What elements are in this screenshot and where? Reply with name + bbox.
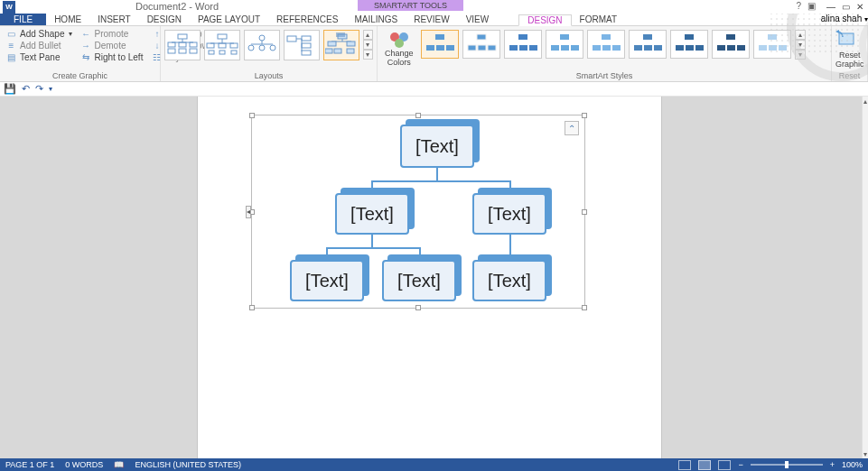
redo-button[interactable]: ↷ [35,83,43,95]
ribbon-display-options-icon[interactable]: ▣ [807,1,816,11]
styles-more-button[interactable]: ▾ [795,50,806,60]
smartart-node-grandchild-2[interactable]: [Text] [382,260,456,301]
user-name-label: alina shah [821,14,863,23]
tab-file[interactable]: FILE [0,14,46,25]
reset-graphic-button[interactable]: Reset Graphic [835,28,863,70]
document-area[interactable]: ◂ ⌃ [Text] [Text] [Text] [Text] [0,97,862,458]
style-option-9[interactable] [753,30,791,59]
right-to-left-button[interactable]: ⇆Right to Left [79,51,146,63]
layout-option-5-selected[interactable] [323,30,359,60]
scroll-down-button[interactable]: ▾ [863,449,868,458]
resize-handle[interactable] [249,305,255,310]
scroll-up-button[interactable]: ▴ [863,97,868,106]
svg-rect-61 [612,45,621,51]
style-option-7[interactable] [670,30,708,59]
tab-smartart-design[interactable]: DESIGN [518,14,571,26]
restore-button[interactable]: ▭ [839,0,852,13]
svg-rect-4 [179,42,186,47]
tab-design[interactable]: DESIGN [139,14,190,25]
resize-handle[interactable] [582,305,587,310]
svg-rect-51 [509,45,518,51]
style-option-4[interactable] [546,30,583,59]
smartart-node-grandchild-3[interactable]: [Text] [472,260,546,301]
svg-rect-77 [779,45,787,51]
layouts-down-button[interactable]: ▾ [363,40,373,50]
promote-icon: ← [81,29,91,39]
styles-down-button[interactable]: ▾ [795,40,806,50]
close-button[interactable]: ✕ [854,0,866,13]
layouts-more-button[interactable]: ▾ [363,50,373,60]
svg-rect-56 [561,45,569,51]
svg-rect-42 [435,34,444,40]
svg-rect-76 [769,45,777,51]
promote-button: ←Promote [79,28,146,40]
page-count[interactable]: PAGE 1 OF 1 [5,460,54,469]
resize-handle[interactable] [415,113,421,118]
smartart-node-root[interactable]: [Text] [400,125,474,168]
text-pane-toggle[interactable]: ◂ [246,206,251,218]
change-colors-label: Change Colors [385,50,414,68]
add-shape-button[interactable]: ▭Add Shape ▾ [4,28,75,40]
vertical-scrollbar[interactable]: ▴ ▾ [862,97,868,458]
save-button[interactable]: 💾 [4,83,16,95]
style-option-1-selected[interactable] [421,30,459,59]
layout-option-2[interactable] [204,30,240,60]
minimize-button[interactable]: — [825,0,837,13]
tab-mailings[interactable]: MAILINGS [346,14,406,25]
resize-handle[interactable] [249,113,255,118]
smartart-node-child-2[interactable]: [Text] [472,193,546,235]
web-layout-button[interactable] [718,460,731,470]
smartart-object[interactable]: ◂ ⌃ [Text] [Text] [Text] [Text] [251,115,585,309]
tab-home[interactable]: HOME [46,14,89,25]
svg-rect-62 [643,34,652,40]
layout-option-3[interactable] [244,30,280,60]
layout-option-1[interactable] [164,30,201,60]
read-mode-button[interactable] [678,460,691,470]
svg-rect-17 [231,51,237,54]
layouts-up-button[interactable]: ▴ [363,30,373,40]
resize-handle[interactable] [582,209,587,215]
user-account[interactable]: alina shah ▾ [821,14,868,25]
svg-rect-46 [477,34,486,40]
language-status[interactable]: ENGLISH (UNITED STATES) [135,460,241,469]
undo-button[interactable]: ↶ [22,83,30,95]
smartart-node-grandchild-1[interactable]: [Text] [290,260,364,301]
qat-customize-button[interactable]: ▾ [49,85,52,93]
change-colors-button[interactable]: Change Colors [381,30,417,69]
svg-rect-50 [518,34,527,40]
text-pane-button[interactable]: ▤Text Pane [4,51,75,63]
layout-option-4[interactable] [284,30,320,60]
spell-check-icon[interactable]: 📖 [114,460,124,469]
svg-rect-66 [685,34,694,40]
svg-rect-16 [219,51,225,54]
tab-page-layout[interactable]: PAGE LAYOUT [190,14,268,25]
tab-view[interactable]: VIEW [458,14,498,25]
help-icon[interactable]: ? [796,1,801,11]
svg-point-18 [259,35,265,41]
svg-rect-45 [446,45,454,51]
svg-rect-55 [551,45,559,51]
zoom-out-button[interactable]: − [738,460,742,469]
style-option-5[interactable] [587,30,625,59]
tab-references[interactable]: REFERENCES [268,14,346,25]
svg-rect-24 [287,36,296,42]
style-option-8[interactable] [712,30,750,59]
tab-review[interactable]: REVIEW [406,14,457,25]
style-option-6[interactable] [629,30,667,59]
style-option-2[interactable] [462,30,500,59]
smartart-node-child-1[interactable]: [Text] [335,193,409,235]
zoom-slider[interactable] [751,464,823,466]
svg-rect-8 [190,49,197,53]
print-layout-button[interactable] [698,460,711,470]
zoom-in-button[interactable]: + [830,460,835,469]
svg-rect-65 [654,45,662,51]
tab-insert[interactable]: INSERT [89,14,139,25]
svg-rect-74 [768,34,777,40]
styles-up-button[interactable]: ▴ [795,30,806,40]
style-option-3[interactable] [504,30,542,59]
resize-handle[interactable] [582,113,587,118]
tab-smartart-format[interactable]: FORMAT [572,14,625,25]
resize-handle[interactable] [415,305,421,310]
word-count[interactable]: 0 WORDS [65,460,103,469]
zoom-level[interactable]: 100% [842,460,863,469]
